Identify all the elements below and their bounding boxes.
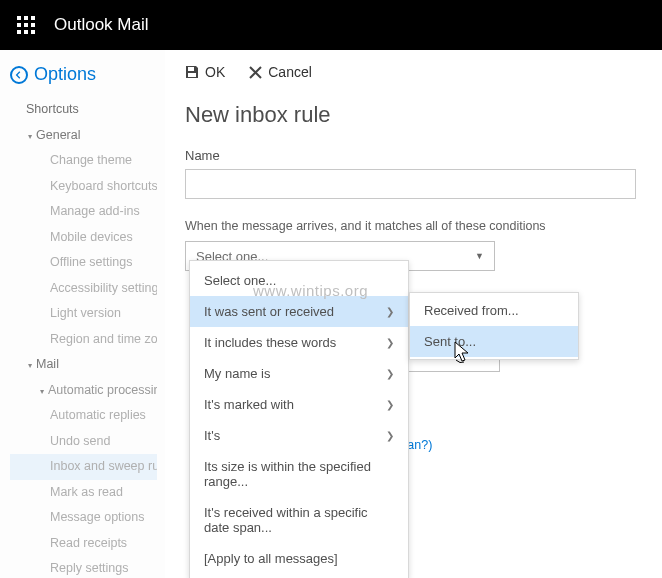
menu-item[interactable]: [Apply to all messages] bbox=[190, 543, 408, 574]
app-name: Outlook Mail bbox=[54, 15, 148, 35]
menu-item[interactable]: It's marked with❯ bbox=[190, 389, 408, 420]
options-sidebar: Options ShortcutsGeneralChange themeKeyb… bbox=[0, 50, 165, 578]
options-header[interactable]: Options bbox=[10, 64, 157, 85]
back-arrow-icon[interactable] bbox=[10, 66, 28, 84]
menu-item[interactable]: My name is❯ bbox=[190, 358, 408, 389]
svg-rect-2 bbox=[31, 16, 35, 20]
app-launcher-icon[interactable] bbox=[10, 9, 42, 41]
name-input[interactable] bbox=[185, 169, 636, 199]
submenu-item[interactable]: Sent to... bbox=[410, 326, 578, 357]
ok-label: OK bbox=[205, 64, 225, 80]
sidebar-item[interactable]: Message options bbox=[10, 505, 157, 531]
conditions-label: When the message arrives, and it matches… bbox=[185, 219, 636, 233]
svg-rect-4 bbox=[24, 23, 28, 27]
svg-rect-9 bbox=[188, 67, 194, 71]
sidebar-item[interactable]: Mark as read bbox=[10, 480, 157, 506]
menu-item[interactable]: Its size is within the specified range..… bbox=[190, 451, 408, 497]
cancel-label: Cancel bbox=[268, 64, 312, 80]
chevron-right-icon: ❯ bbox=[386, 306, 394, 317]
sidebar-item[interactable]: Reply settings bbox=[10, 556, 157, 578]
condition-menu: Select one...It was sent or received❯It … bbox=[189, 260, 409, 578]
page-title: New inbox rule bbox=[185, 102, 636, 128]
condition-submenu: Received from...Sent to... bbox=[409, 292, 579, 360]
sidebar-item[interactable]: Undo send bbox=[10, 429, 157, 455]
options-header-label: Options bbox=[34, 64, 96, 85]
ok-button[interactable]: OK bbox=[185, 64, 225, 80]
sidebar-item[interactable]: Shortcuts bbox=[10, 97, 157, 123]
svg-rect-0 bbox=[17, 16, 21, 20]
sidebar-item[interactable]: Change theme bbox=[10, 148, 157, 174]
sidebar-item[interactable]: Automatic processing bbox=[10, 378, 157, 404]
svg-rect-6 bbox=[17, 30, 21, 34]
svg-rect-10 bbox=[188, 73, 196, 77]
close-icon bbox=[249, 66, 262, 79]
sidebar-item[interactable]: Keyboard shortcuts bbox=[10, 174, 157, 200]
sidebar-item[interactable]: Inbox and sweep rules bbox=[10, 454, 157, 480]
chevron-down-icon: ▼ bbox=[475, 251, 484, 261]
sidebar-item[interactable]: Accessibility settings bbox=[10, 276, 157, 302]
menu-item[interactable]: It's❯ bbox=[190, 420, 408, 451]
chevron-right-icon: ❯ bbox=[386, 368, 394, 379]
top-bar: Outlook Mail bbox=[0, 0, 662, 50]
sidebar-item[interactable]: Automatic replies bbox=[10, 403, 157, 429]
svg-rect-7 bbox=[24, 30, 28, 34]
sidebar-item[interactable]: Offline settings bbox=[10, 250, 157, 276]
chevron-right-icon: ❯ bbox=[386, 399, 394, 410]
menu-item[interactable]: Select one... bbox=[190, 265, 408, 296]
menu-item[interactable]: It was sent or received❯ bbox=[190, 296, 408, 327]
chevron-right-icon: ❯ bbox=[386, 337, 394, 348]
svg-rect-1 bbox=[24, 16, 28, 20]
cancel-button[interactable]: Cancel bbox=[249, 64, 312, 80]
svg-rect-3 bbox=[17, 23, 21, 27]
sidebar-item[interactable]: Light version bbox=[10, 301, 157, 327]
sidebar-item[interactable]: Mobile devices bbox=[10, 225, 157, 251]
sidebar-item[interactable]: Manage add-ins bbox=[10, 199, 157, 225]
name-label: Name bbox=[185, 148, 636, 163]
sidebar-item[interactable]: Region and time zone bbox=[10, 327, 157, 353]
menu-item[interactable]: It includes these words❯ bbox=[190, 327, 408, 358]
submenu-item[interactable]: Received from... bbox=[410, 295, 578, 326]
sidebar-item[interactable]: General bbox=[10, 123, 157, 149]
svg-rect-5 bbox=[31, 23, 35, 27]
svg-rect-8 bbox=[31, 30, 35, 34]
save-icon bbox=[185, 65, 199, 79]
menu-item[interactable]: It's received within a specific date spa… bbox=[190, 497, 408, 543]
sidebar-item[interactable]: Read receipts bbox=[10, 531, 157, 557]
sidebar-item[interactable]: Mail bbox=[10, 352, 157, 378]
chevron-right-icon: ❯ bbox=[386, 430, 394, 441]
